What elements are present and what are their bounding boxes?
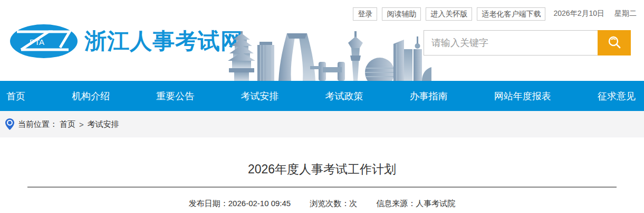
elderly-client-download-button[interactable]: 适老化客户端下载 bbox=[477, 7, 545, 21]
care-version-button[interactable]: 进入关怀版 bbox=[426, 7, 472, 21]
info-source: 信息来源：人事考试院 bbox=[376, 199, 455, 209]
title-divider bbox=[27, 187, 617, 188]
breadcrumb-separator: > bbox=[79, 120, 84, 129]
nav-item-about[interactable]: 机构介绍 bbox=[72, 90, 110, 103]
search-button[interactable] bbox=[598, 30, 631, 55]
publish-date: 发布日期：2026-02-10 09:45 bbox=[189, 199, 291, 209]
search-input[interactable] bbox=[424, 30, 598, 55]
logo-icon: PTA bbox=[9, 23, 78, 59]
site-header: PTA 浙江人事考试网 bbox=[0, 21, 644, 81]
info-source-label: 信息来源： bbox=[376, 199, 416, 208]
search-bar bbox=[424, 30, 631, 55]
breadcrumb-home-link[interactable]: 首页 bbox=[60, 119, 75, 129]
breadcrumb-label: 当前位置： bbox=[18, 119, 57, 129]
current-date: 2026年2月10日 bbox=[553, 9, 604, 18]
nav-item-service-guide[interactable]: 办事指南 bbox=[410, 90, 448, 103]
nav-item-exam-schedule[interactable]: 考试安排 bbox=[241, 90, 278, 103]
nav-item-exam-policy[interactable]: 考试政策 bbox=[325, 90, 363, 103]
nav-item-annual-report[interactable]: 网站年度报表 bbox=[494, 90, 551, 103]
article-meta: 发布日期：2026-02-10 09:45 浏览次数：次 信息来源：人事考试院 bbox=[0, 199, 644, 209]
logo-acronym: PTA bbox=[30, 38, 44, 47]
publish-date-value: 2026-02-10 09:45 bbox=[228, 199, 291, 208]
breadcrumb-current-link[interactable]: 考试安排 bbox=[88, 119, 119, 129]
current-weekday: 星期二 bbox=[614, 9, 637, 18]
breadcrumb: 当前位置： 首页 > 考试安排 bbox=[0, 111, 644, 137]
article-section: 2026年度人事考试工作计划 发布日期：2026-02-10 09:45 浏览次… bbox=[0, 137, 644, 209]
view-count-label: 浏览次数： bbox=[310, 199, 349, 208]
search-icon bbox=[607, 35, 622, 50]
publish-date-label: 发布日期： bbox=[189, 199, 228, 208]
login-button[interactable]: 登录 bbox=[353, 7, 377, 21]
info-source-value: 人事考试院 bbox=[416, 199, 455, 208]
nav-item-announcements[interactable]: 重要公告 bbox=[156, 90, 194, 103]
utility-bar: 登录 阅读辅助 进入关怀版 适老化客户端下载 2026年2月10日 星期二 bbox=[0, 0, 644, 21]
reading-aid-button[interactable]: 阅读辅助 bbox=[382, 7, 421, 21]
view-count: 浏览次数：次 bbox=[310, 199, 357, 209]
site-logo[interactable]: PTA 浙江人事考试网 bbox=[9, 23, 243, 59]
nav-item-feedback[interactable]: 征求意见 bbox=[598, 90, 636, 103]
main-nav: 首页 机构介绍 重要公告 考试安排 考试政策 办事指南 网站年度报表 征求意见 bbox=[0, 81, 644, 111]
view-count-value: 次 bbox=[349, 199, 357, 208]
location-pin-icon bbox=[5, 118, 14, 130]
nav-item-home[interactable]: 首页 bbox=[6, 90, 25, 103]
site-title: 浙江人事考试网 bbox=[84, 26, 243, 56]
city-skyline-illustration bbox=[226, 30, 431, 81]
article-title: 2026年度人事考试工作计划 bbox=[0, 161, 644, 178]
